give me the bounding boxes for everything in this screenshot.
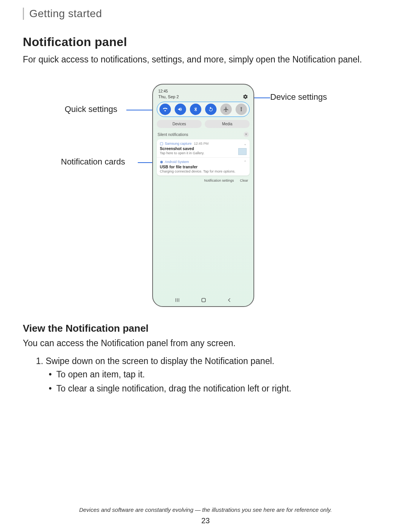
callout-quick-settings: Quick settings	[65, 104, 117, 114]
callout-notification-cards: Notification cards	[61, 157, 125, 167]
notification-time: 12:45 PM	[194, 142, 209, 145]
page-number: 23	[0, 516, 411, 525]
quick-settings-bar	[157, 102, 250, 117]
intro-paragraph: For quick access to notifications, setti…	[23, 54, 388, 66]
callout-line	[126, 110, 155, 110]
breadcrumb: Getting started	[29, 8, 388, 20]
figure-area: Quick settings Device settings Notificat…	[23, 77, 388, 321]
close-icon[interactable]: ✕	[244, 132, 249, 137]
tab-devices[interactable]: Devices	[157, 120, 202, 128]
recents-icon[interactable]	[174, 297, 180, 303]
section-heading: View the Notification panel	[23, 323, 388, 334]
tab-media[interactable]: Media	[205, 120, 250, 128]
bullet-item: To open an item, tap it.	[56, 369, 388, 380]
notification-card[interactable]: Samsung capture 12:45 PM Screenshot save…	[157, 139, 250, 176]
wifi-icon[interactable]	[159, 104, 171, 115]
android-icon	[160, 160, 163, 164]
page-title: Notification panel	[23, 35, 388, 49]
sound-icon[interactable]	[175, 104, 186, 115]
notification-subtitle: Tap here to open it in Gallery.	[160, 151, 209, 155]
svg-rect-0	[160, 142, 163, 145]
screenshot-icon	[160, 142, 163, 145]
clear-link[interactable]: Clear	[240, 179, 248, 182]
chevron-down-icon[interactable]: ⌄	[241, 142, 247, 146]
status-time: 12:45	[157, 88, 250, 94]
notification-title: USB for file transfer	[160, 165, 235, 169]
notification-subtitle: Charging connected device. Tap for more …	[160, 169, 235, 173]
silent-notifications-label: Silent notifications	[158, 133, 188, 137]
chevron-up-icon[interactable]: ⌃	[241, 160, 247, 164]
screenshot-thumbnail	[238, 148, 247, 155]
flashlight-icon[interactable]	[236, 104, 247, 115]
step-text: Swipe down on the screen to display the …	[46, 356, 274, 366]
bullet-item: To clear a single notification, drag the…	[56, 383, 388, 394]
rotate-icon[interactable]	[205, 104, 217, 115]
phone-mockup: 12:45 Thu, Sep 2	[152, 84, 254, 307]
gear-icon[interactable]	[243, 94, 248, 99]
back-icon[interactable]	[227, 297, 232, 303]
bluetooth-icon[interactable]	[190, 104, 201, 115]
callout-device-settings: Device settings	[270, 92, 327, 102]
status-date: Thu, Sep 2	[158, 94, 179, 99]
notification-settings-link[interactable]: Notification settings	[204, 179, 234, 182]
notification-app-name: Samsung capture	[165, 142, 192, 145]
svg-point-1	[160, 161, 163, 163]
footer-note: Devices and software are constantly evol…	[0, 506, 411, 513]
section-intro: You can access the Notification panel fr…	[23, 338, 388, 348]
step-item: Swipe down on the screen to display the …	[46, 356, 388, 394]
airplane-icon[interactable]	[220, 104, 232, 115]
svg-rect-2	[202, 298, 205, 302]
home-icon[interactable]	[201, 297, 207, 303]
notification-app-name: Android System	[165, 160, 189, 164]
notification-title: Screenshot saved	[160, 146, 209, 151]
